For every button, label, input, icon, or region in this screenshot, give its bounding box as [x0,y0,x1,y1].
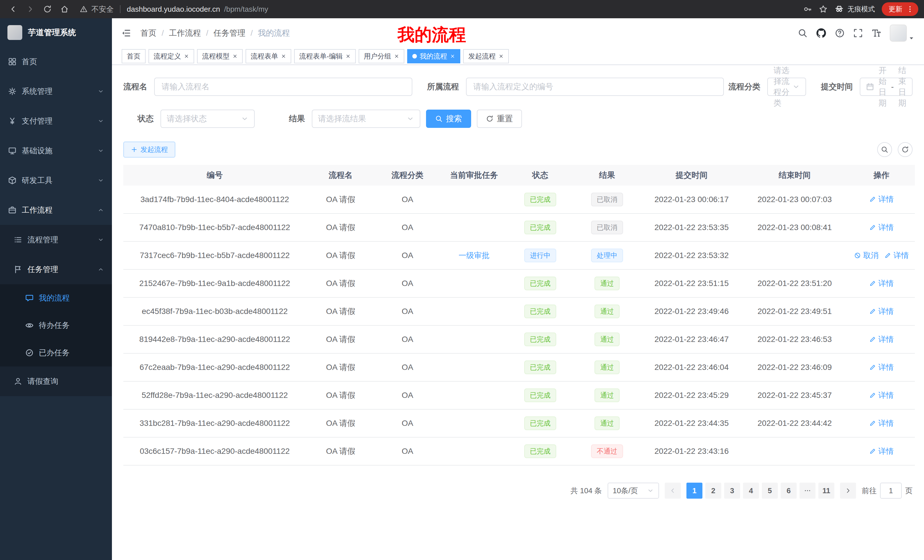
sidebar-item-todo-task[interactable]: 待办任务 [0,312,112,339]
result-badge: 处理中 [591,249,623,262]
tab-流程定义[interactable]: 流程定义 [148,49,194,63]
browser-back-icon[interactable] [6,2,21,16]
page-button-4[interactable]: 4 [743,483,759,499]
cell-process-name: OA 请假 [306,214,375,241]
detail-action-link[interactable]: 详情 [869,278,894,289]
browser-menu-icon[interactable] [906,5,914,13]
pencil-icon [869,336,876,343]
sidebar-menu: 首页 系统管理 支付管理 基础设施 研发工具 工作流程 流程管理 任务管理 我的… [0,47,112,396]
browser-chrome: 不安全 dashboard.yudao.iocoder.cn/bpm/task/… [0,0,924,18]
column-header: 结果 [572,165,642,186]
close-icon[interactable] [394,54,399,59]
sidebar-item-leave-query[interactable]: 请假查询 [0,367,112,396]
tab-流程表单[interactable]: 流程表单 [246,49,291,63]
goto-page-input[interactable] [880,483,902,499]
screen: 不安全 dashboard.yudao.iocoder.cn/bpm/task/… [0,0,924,560]
sidebar-item-workflow[interactable]: 工作流程 [0,195,112,225]
create-process-button[interactable]: 发起流程 [123,142,176,157]
page-button-2[interactable]: 2 [705,483,721,499]
sidebar-item-infrastructure[interactable]: 基础设施 [0,136,112,166]
tab-我的流程[interactable]: 我的流程 [407,49,460,63]
cancel-action-link[interactable]: 取消 [854,250,879,261]
avatar[interactable] [890,24,907,42]
status-select[interactable]: 请选择状态 [160,109,255,128]
github-icon[interactable] [816,28,826,38]
breadcrumb-item[interactable]: 任务管理 [214,28,246,39]
breadcrumb-item[interactable]: 首页 [141,28,156,39]
key-icon[interactable] [804,5,812,13]
sidebar-item-process-management[interactable]: 流程管理 [0,225,112,255]
next-page-button[interactable] [840,483,856,499]
detail-action-link[interactable]: 详情 [869,418,894,428]
cell-category: OA [375,325,440,353]
page-button-5[interactable]: 5 [762,483,778,499]
detail-action-link[interactable]: 详情 [869,194,894,204]
hamburger-icon[interactable] [121,28,131,38]
fullscreen-icon[interactable] [853,28,863,38]
sidebar-item-home[interactable]: 首页 [0,47,112,76]
page-button-1[interactable]: 1 [686,483,702,499]
total-count: 共 104 条 [570,486,602,496]
detail-action-link[interactable]: 详情 [869,390,894,400]
update-button[interactable]: 更新 [882,2,918,16]
page-button-3[interactable]: 3 [724,483,740,499]
close-icon[interactable] [498,54,504,59]
tab-用户分组[interactable]: 用户分组 [358,49,404,63]
chevron-down-icon [406,115,414,123]
close-icon[interactable] [281,54,286,59]
bookmark-star-icon[interactable] [819,5,828,13]
sidebar-item-system-management[interactable]: 系统管理 [0,76,112,106]
sidebar-item-dev-tools[interactable]: 研发工具 [0,166,112,195]
page-size-select[interactable]: 10条/页 [608,483,659,499]
prev-page-button[interactable] [665,483,681,499]
search-button[interactable]: 搜索 [426,109,471,128]
page-button-6[interactable]: 6 [781,483,796,499]
tab-首页[interactable]: 首页 [122,49,146,63]
status-badge: 已完成 [524,304,556,318]
detail-action-link[interactable]: 详情 [869,306,894,316]
address-bar[interactable]: 不安全 dashboard.yudao.iocoder.cn/bpm/task/… [74,4,801,14]
tab-流程表单-编辑[interactable]: 流程表单-编辑 [294,49,356,63]
sidebar-item-my-process[interactable]: 我的流程 [0,284,112,312]
detail-action-link[interactable]: 详情 [869,446,894,457]
detail-action-link[interactable]: 详情 [869,362,894,373]
detail-action-link[interactable]: 详情 [884,250,909,261]
pencil-icon [869,224,876,231]
sidebar-item-payment-management[interactable]: 支付管理 [0,106,112,136]
close-icon[interactable] [345,54,351,59]
user-menu[interactable] [890,24,915,42]
sidebar-item-task-management[interactable]: 任务管理 [0,255,112,284]
cell-category: OA [375,186,440,214]
browser-home-icon[interactable] [57,2,72,16]
process-name-input[interactable] [154,78,412,96]
detail-action-link[interactable]: 详情 [869,222,894,233]
category-select[interactable]: 请选择流程分类 [767,78,806,96]
sidebar-item-done-task[interactable]: 已办任务 [0,339,112,367]
detail-action-link[interactable]: 详情 [869,334,894,344]
tab-发起流程[interactable]: 发起流程 [463,49,509,63]
current-task-link[interactable]: 一级审批 [459,251,489,260]
help-icon[interactable] [835,28,844,38]
browser-reload-icon[interactable] [40,2,55,16]
more-pages-button[interactable] [800,483,816,499]
close-icon[interactable] [232,54,238,59]
parent-process-input[interactable] [466,78,724,96]
tab-流程模型[interactable]: 流程模型 [197,49,243,63]
close-icon[interactable] [450,54,455,59]
page-button-11[interactable]: 11 [818,483,834,499]
toggle-search-button[interactable] [877,142,892,157]
cell-current-task [440,381,508,409]
breadcrumb-item[interactable]: 工作流程 [169,28,201,39]
column-header: 结束时间 [741,165,848,186]
reset-button[interactable]: 重置 [477,109,522,128]
result-select[interactable]: 请选择流结果 [312,109,420,128]
font-size-icon[interactable] [872,28,881,38]
submit-time-range-picker[interactable]: 开始日期 - 结束日期 [860,78,913,96]
header-search-icon[interactable] [798,28,807,38]
cell-end-time: 2022-01-22 23:44:42 [741,409,848,437]
refresh-table-button[interactable] [898,142,913,157]
close-icon[interactable] [184,54,189,59]
browser-forward-icon[interactable] [23,2,38,16]
app-logo[interactable]: 芋道管理系统 [0,18,112,47]
ban-icon [854,252,861,259]
